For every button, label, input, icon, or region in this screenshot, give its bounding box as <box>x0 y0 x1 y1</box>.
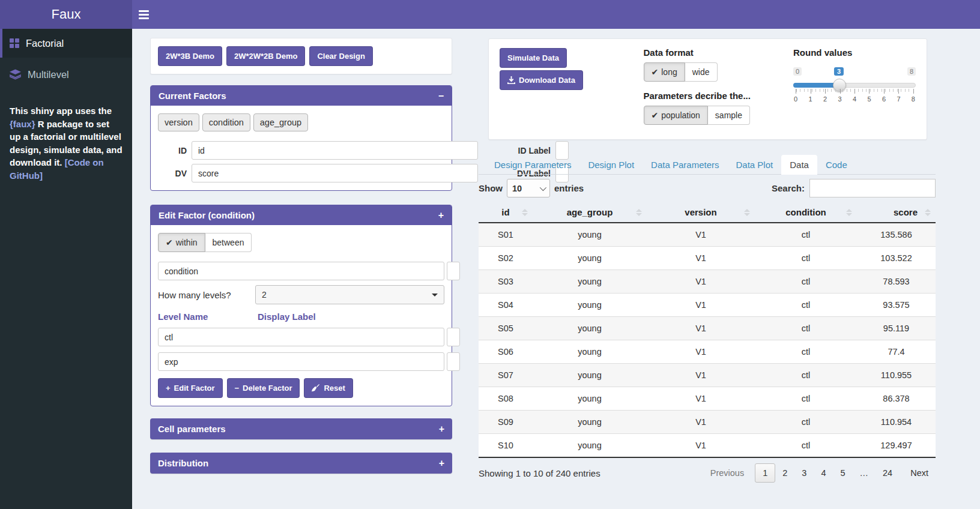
next-page-button[interactable]: Next <box>903 464 936 482</box>
column-header-score[interactable]: score <box>857 202 936 223</box>
cell-id: S03 <box>479 270 533 294</box>
factor-chips: version condition age_group <box>158 113 444 131</box>
sidebar-item-factorial[interactable]: Factorial <box>0 29 132 58</box>
cell-condition: ctl <box>755 340 857 364</box>
column-header-id[interactable]: id <box>479 202 533 223</box>
output-tabs: Design Parameters Design Plot Data Param… <box>479 155 936 175</box>
tab-code[interactable]: Code <box>817 155 856 175</box>
level-label-field[interactable] <box>447 352 460 371</box>
tab-design-parameters[interactable]: Design Parameters <box>486 155 579 175</box>
layers-icon <box>10 69 21 80</box>
column-header-age-group[interactable]: age_group <box>533 202 647 223</box>
page-button-5[interactable]: 5 <box>833 464 852 482</box>
check-icon: ✔ <box>652 110 659 120</box>
edit-factor-header[interactable]: Edit Factor (condition) + <box>151 205 452 225</box>
edit-factor-body: ✔within between How many levels? 2 Level… <box>151 225 452 406</box>
dv-label: DV <box>158 169 187 178</box>
tab-design-plot[interactable]: Design Plot <box>579 155 643 175</box>
download-data-button[interactable]: Download Data <box>500 70 583 90</box>
column-header-version[interactable]: version <box>647 202 755 223</box>
app-logo[interactable]: Faux <box>0 0 132 29</box>
factor-display-field[interactable] <box>447 262 460 280</box>
cell-condition: ctl <box>755 270 857 294</box>
id-field[interactable] <box>192 141 478 160</box>
top-navbar: Faux <box>0 0 980 29</box>
round-values-label: Round values <box>793 47 916 58</box>
dv-field[interactable] <box>192 164 478 182</box>
demo-2w2w2b-button[interactable]: 2W*2W*2B Demo <box>226 46 305 66</box>
long-toggle-button[interactable]: ✔long <box>644 62 685 82</box>
factor-chip-condition[interactable]: condition <box>202 113 250 131</box>
slider-min-label: 0 <box>793 67 802 76</box>
demo-2w3b-button[interactable]: 2W*3B Demo <box>158 46 222 66</box>
table-row: S01youngV1ctl135.586 <box>479 223 936 247</box>
levels-select[interactable]: 2 <box>255 285 444 304</box>
faux-shiny-app: Faux Factorial Multilevel This shiny app… <box>0 0 980 509</box>
cell-id: S06 <box>479 340 533 364</box>
page-length-select[interactable]: 10 <box>507 179 550 197</box>
factor-chip-version[interactable]: version <box>158 113 199 131</box>
cell-version: V1 <box>647 387 755 411</box>
chevron-down-icon <box>432 294 438 297</box>
chevron-down-icon <box>540 184 546 190</box>
collapse-plus-icon[interactable]: + <box>439 424 444 434</box>
edit-factor-button[interactable]: +Edit Factor <box>158 378 223 398</box>
between-toggle-button[interactable]: between <box>205 233 252 252</box>
tab-data-parameters[interactable]: Data Parameters <box>643 155 727 175</box>
table-row: S02youngV1ctl103.522 <box>479 247 936 270</box>
level-label-field[interactable] <box>447 328 460 346</box>
current-factors-panel: Current Factors − version condition age_… <box>150 85 452 191</box>
distribution-panel[interactable]: Distribution + <box>150 453 452 474</box>
table-header-row: id age_group version condition score <box>479 202 936 223</box>
clear-design-button[interactable]: Clear Design <box>309 46 372 66</box>
wide-toggle-button[interactable]: wide <box>685 62 718 82</box>
search-input[interactable] <box>809 179 936 197</box>
factor-chip-age-group[interactable]: age_group <box>253 113 308 131</box>
level-name-field[interactable] <box>158 352 444 371</box>
sample-toggle-button[interactable]: sample <box>708 106 750 125</box>
population-toggle-button[interactable]: ✔population <box>644 106 708 125</box>
level-name-field[interactable] <box>158 328 444 346</box>
cell-age: young <box>533 294 647 317</box>
panel-title: Cell parameters <box>158 424 226 434</box>
page-button-3[interactable]: 3 <box>794 464 814 482</box>
delete-factor-button[interactable]: −Delete Factor <box>227 378 300 398</box>
table-info: Showing 1 to 10 of 240 entries <box>479 468 600 478</box>
round-values-slider: 0 8 3 0 1 2 3 4 5 6 <box>793 80 916 104</box>
table-row: S06youngV1ctl77.4 <box>479 340 936 364</box>
collapse-plus-icon[interactable]: + <box>438 211 444 220</box>
tab-data[interactable]: Data <box>781 155 817 175</box>
page-button-2[interactable]: 2 <box>775 464 794 482</box>
current-factors-body: version condition age_group ID ID Label … <box>151 106 452 190</box>
cell-age: young <box>533 434 647 458</box>
tab-data-plot[interactable]: Data Plot <box>728 155 782 175</box>
table-row: S10youngV1ctl129.497 <box>479 434 936 458</box>
hamburger-menu-icon[interactable] <box>139 8 151 20</box>
level-column-headers: Level Name Display Label <box>158 312 444 322</box>
table-row: S07youngV1ctl110.955 <box>479 364 936 387</box>
sort-icon <box>925 209 931 216</box>
collapse-plus-icon[interactable]: + <box>439 459 444 468</box>
data-format-label: Data format <box>644 47 791 58</box>
faux-package-link[interactable]: {faux} <box>10 119 35 129</box>
collapse-minus-icon[interactable]: − <box>438 91 444 101</box>
sidebar-item-multilevel[interactable]: Multilevel <box>0 60 132 89</box>
slider-ticks: 0 1 2 3 4 5 6 7 8 <box>793 89 916 104</box>
table-row: S05youngV1ctl95.119 <box>479 317 936 340</box>
current-factors-header[interactable]: Current Factors − <box>151 86 452 106</box>
cell-age: young <box>533 223 647 247</box>
simulate-data-button[interactable]: Simulate Data <box>500 48 567 68</box>
cell-id: S02 <box>479 247 533 270</box>
page-button-1[interactable]: 1 <box>755 463 775 483</box>
cell-score: 86.378 <box>857 387 936 411</box>
previous-page-button[interactable]: Previous <box>703 464 751 482</box>
factor-name-field[interactable] <box>158 262 444 280</box>
edit-factor-panel: Edit Factor (condition) + ✔within betwee… <box>150 205 452 406</box>
page-button-4[interactable]: 4 <box>814 464 833 482</box>
reset-button[interactable]: Reset <box>304 378 352 398</box>
column-header-condition[interactable]: condition <box>755 202 857 223</box>
within-toggle-button[interactable]: ✔within <box>158 233 205 252</box>
sidebar-item-label: Multilevel <box>28 69 69 80</box>
page-button-24[interactable]: 24 <box>876 464 900 482</box>
cell-parameters-panel[interactable]: Cell parameters + <box>150 418 452 439</box>
